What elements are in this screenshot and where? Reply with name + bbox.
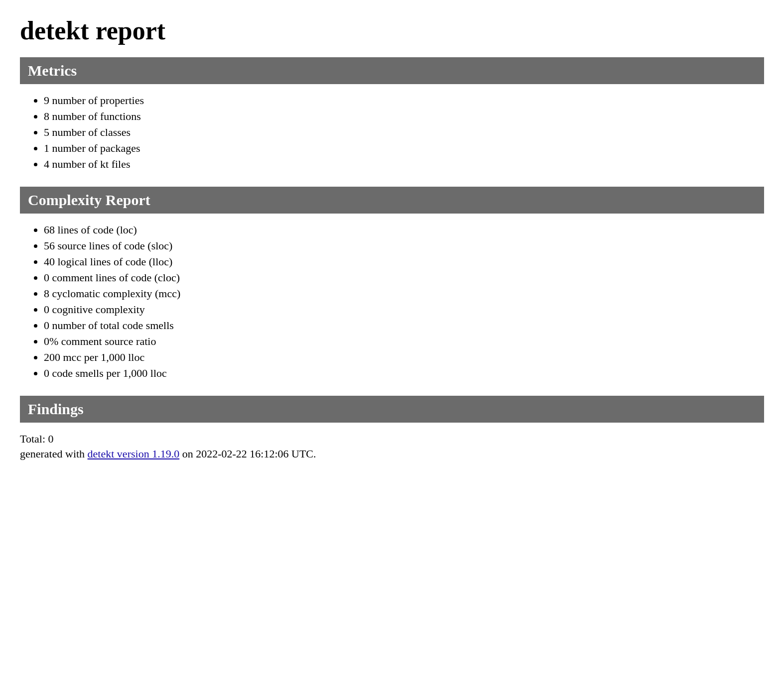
list-item: 0 comment lines of code (cloc) [44,271,764,284]
list-item: 9 number of properties [44,94,764,107]
complexity-header: Complexity Report [20,187,764,214]
complexity-section: Complexity Report 68 lines of code (loc)… [20,187,764,380]
list-item: 40 logical lines of code (lloc) [44,255,764,268]
list-item: 5 number of classes [44,126,764,139]
list-item: 1 number of packages [44,142,764,155]
findings-section: Findings Total: 0 generated with detekt … [20,396,764,460]
list-item: 68 lines of code (loc) [44,224,764,236]
findings-header: Findings [20,396,764,423]
generated-suffix: on 2022-02-22 16:12:06 UTC. [179,448,316,460]
generated-info: generated with detekt version 1.19.0 on … [20,448,764,460]
list-item: 56 source lines of code (sloc) [44,239,764,252]
list-item: 0% comment source ratio [44,335,764,348]
list-item: 0 number of total code smells [44,319,764,332]
metrics-section: Metrics 9 number of properties 8 number … [20,57,764,171]
page-title: detekt report [20,16,764,45]
list-item: 8 cyclomatic complexity (mcc) [44,287,764,300]
list-item: 8 number of functions [44,110,764,123]
list-item: 4 number of kt files [44,158,764,171]
generated-prefix: generated with [20,448,88,460]
list-item: 0 cognitive complexity [44,303,764,316]
list-item: 200 mcc per 1,000 lloc [44,351,764,364]
findings-total: Total: 0 [20,433,764,446]
complexity-list: 68 lines of code (loc) 56 source lines o… [20,224,764,380]
metrics-list: 9 number of properties 8 number of funct… [20,94,764,171]
list-item: 0 code smells per 1,000 lloc [44,367,764,380]
detekt-version-link[interactable]: detekt version 1.19.0 [88,448,180,460]
metrics-header: Metrics [20,57,764,84]
